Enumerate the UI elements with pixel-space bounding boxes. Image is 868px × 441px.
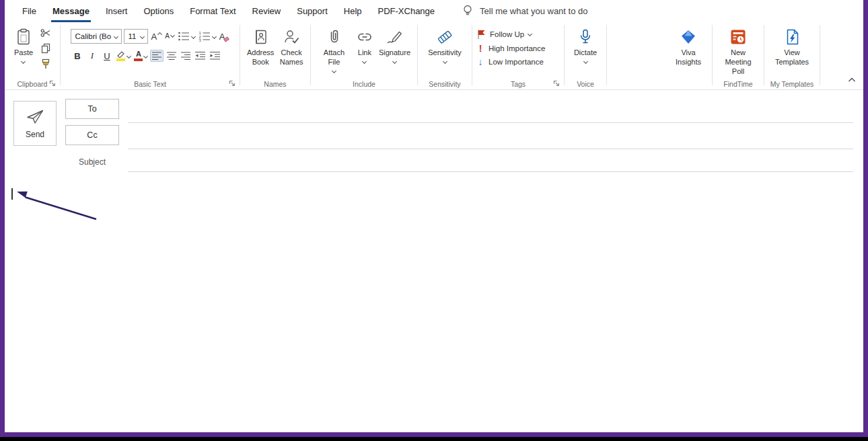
sensitivity-button[interactable]: Sensitivity — [425, 25, 464, 63]
signature-button[interactable]: Signature — [376, 25, 413, 63]
high-importance-button[interactable]: ! High Importance — [476, 44, 545, 53]
ribbon-tab-bar: File Message Insert Options Format Text … — [5, 0, 863, 22]
to-button[interactable]: To — [65, 99, 119, 119]
signature-icon — [386, 27, 403, 47]
chevron-down-icon — [392, 59, 397, 64]
clipboard-dialog-launcher[interactable] — [48, 79, 57, 87]
paste-button[interactable]: Paste — [11, 25, 36, 63]
tab-pdf-xchange[interactable]: PDF-XChange — [370, 0, 443, 22]
address-book-button[interactable]: Address Book — [244, 25, 277, 67]
message-body[interactable] — [5, 172, 863, 432]
subject-field[interactable] — [128, 149, 853, 172]
numbering-button[interactable]: 123 — [198, 30, 217, 42]
viva-insights-button[interactable]: Viva Insights — [669, 25, 708, 67]
paste-icon — [15, 27, 32, 47]
dictate-button[interactable]: Dictate — [571, 25, 600, 63]
send-icon — [26, 108, 44, 125]
format-painter-button[interactable] — [38, 57, 53, 71]
bold-button[interactable]: B — [71, 49, 83, 63]
tags-dialog-launcher[interactable] — [552, 79, 560, 87]
italic-button[interactable]: I — [85, 49, 98, 63]
taskbar-strip — [0, 437, 868, 441]
dialog-launcher-icon — [229, 80, 236, 87]
tab-review[interactable]: Review — [244, 0, 289, 22]
basic-text-dialog-launcher[interactable] — [228, 79, 236, 87]
low-importance-label: Low Importance — [489, 58, 544, 66]
new-meeting-poll-button[interactable]: New Meeting Poll — [717, 25, 760, 76]
signature-label: Signature — [379, 48, 410, 58]
ribbon-group-basic-text: Calibri (Bo 11 A A — [62, 22, 238, 89]
ribbon-empty-space — [608, 22, 666, 89]
low-importance-button[interactable]: ↓ Low Importance — [476, 57, 544, 67]
grow-font-button[interactable]: A — [150, 32, 162, 42]
ribbon: Paste Clipboard — [5, 22, 863, 90]
dialog-launcher-icon — [49, 80, 56, 87]
outlook-compose-window: File Message Insert Options Format Text … — [5, 0, 863, 432]
ribbon-group-my-templates: View Templates My Templates — [766, 22, 818, 89]
flag-icon — [476, 29, 486, 40]
underline-button[interactable]: U — [100, 49, 113, 63]
tab-file[interactable]: File — [14, 0, 44, 22]
align-center-icon — [166, 51, 177, 61]
cc-button[interactable]: Cc — [65, 125, 119, 145]
paperclip-icon — [326, 27, 342, 47]
chevron-down-icon — [114, 34, 118, 38]
clear-formatting-button[interactable]: A — [219, 32, 229, 42]
chevron-down-icon — [191, 34, 196, 38]
font-name-select[interactable]: Calibri (Bo — [71, 29, 122, 44]
tab-insert[interactable]: Insert — [98, 0, 136, 22]
send-button[interactable]: Send — [13, 101, 57, 146]
attach-file-button[interactable]: Attach File — [315, 25, 353, 73]
view-templates-button[interactable]: View Templates — [772, 25, 812, 67]
align-right-button[interactable] — [180, 50, 192, 61]
ribbon-group-names: Address Book Check Names Names — [242, 22, 309, 89]
format-painter-icon — [40, 58, 51, 69]
chevron-down-icon — [212, 34, 217, 38]
chevron-down-icon — [140, 34, 145, 38]
follow-up-label: Follow Up — [490, 30, 524, 38]
copy-button[interactable] — [38, 42, 53, 55]
decrease-indent-button[interactable] — [194, 50, 207, 61]
bullets-button[interactable] — [177, 30, 196, 42]
new-meeting-poll-label: New Meeting Poll — [719, 48, 757, 76]
annotation-arrow — [5, 172, 119, 233]
microphone-icon — [577, 27, 594, 47]
font-color-button[interactable]: A — [133, 50, 148, 62]
paste-label: Paste — [14, 48, 33, 58]
shrink-font-button[interactable]: A — [164, 32, 175, 40]
follow-up-button[interactable]: Follow Up — [476, 29, 532, 40]
ribbon-group-sensitivity: Sensitivity Sensitivity — [419, 22, 470, 89]
tab-format-text[interactable]: Format Text — [182, 0, 244, 22]
to-field[interactable] — [128, 90, 853, 123]
chevron-down-icon — [583, 59, 587, 64]
tell-me-box[interactable]: Tell me what you want to do — [462, 0, 587, 22]
view-templates-icon — [783, 27, 801, 47]
align-center-button[interactable] — [166, 50, 178, 61]
clipboard-group-label: Clipboard — [17, 80, 48, 88]
align-left-button[interactable] — [150, 50, 164, 62]
tab-options[interactable]: Options — [135, 0, 182, 22]
link-button[interactable]: Link — [353, 25, 376, 63]
check-names-label: Check Names — [279, 48, 303, 67]
high-importance-label: High Importance — [489, 44, 545, 52]
tab-help[interactable]: Help — [336, 0, 370, 22]
check-names-icon — [283, 27, 300, 47]
increase-indent-icon — [209, 51, 221, 61]
cc-field[interactable] — [128, 123, 853, 149]
voice-group-label: Voice — [577, 80, 594, 88]
tell-me-label: Tell me what you want to do — [480, 6, 587, 16]
font-size-select[interactable]: 11 — [124, 29, 148, 44]
copy-icon — [40, 43, 51, 54]
highlight-button[interactable] — [115, 50, 131, 62]
sensitivity-icon — [436, 27, 454, 47]
tab-message[interactable]: Message — [44, 0, 98, 22]
cut-button[interactable] — [38, 26, 53, 40]
increase-indent-button[interactable] — [209, 50, 221, 61]
tab-support[interactable]: Support — [289, 0, 336, 22]
ribbon-group-findtime: New Meeting Poll FindTime — [714, 22, 762, 89]
check-names-button[interactable]: Check Names — [277, 25, 306, 67]
collapse-ribbon-button[interactable] — [847, 73, 857, 85]
sensitivity-label: Sensitivity — [428, 48, 462, 58]
attach-file-label: Attach File — [318, 48, 351, 67]
names-group-label: Names — [264, 80, 286, 88]
